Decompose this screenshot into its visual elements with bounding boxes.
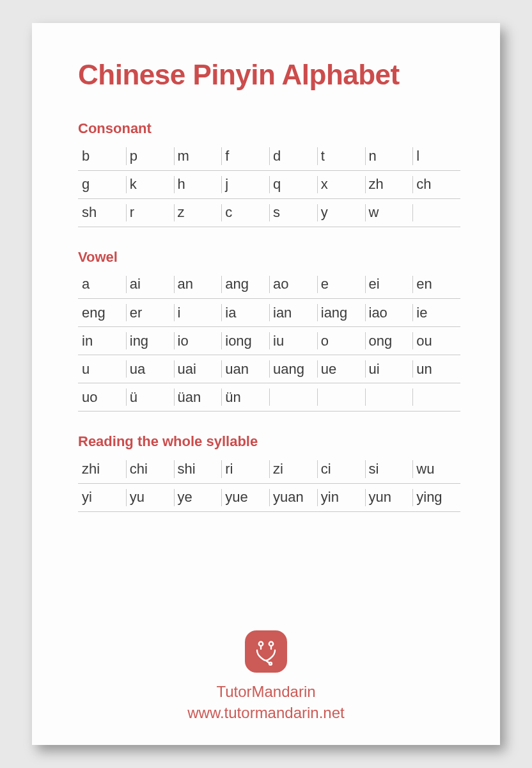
cell: uai xyxy=(174,355,222,383)
cell xyxy=(317,383,365,412)
cell xyxy=(365,383,413,412)
cell: ian xyxy=(269,299,317,327)
cell: ci xyxy=(317,455,365,483)
cell: c xyxy=(221,198,269,227)
cell: p xyxy=(126,142,174,170)
cell: sh xyxy=(78,198,126,227)
cell: zh xyxy=(365,170,413,198)
cell: uo xyxy=(78,383,126,412)
brand-name: TutorMandarin xyxy=(32,682,500,702)
cell: r xyxy=(126,198,174,227)
cell: h xyxy=(174,170,222,198)
cell: g xyxy=(78,170,126,198)
page-title: Chinese Pinyin Alphabet xyxy=(78,59,460,91)
cell: n xyxy=(365,142,413,170)
cell: l xyxy=(412,142,460,170)
cell: o xyxy=(317,327,365,355)
table-row: b p m f d t n l xyxy=(78,142,460,170)
cell: y xyxy=(317,198,365,227)
table-row: zhi chi shi ri zi ci si wu xyxy=(78,455,460,483)
cell: e xyxy=(317,271,365,299)
cell: ye xyxy=(174,483,222,511)
cell: en xyxy=(412,271,460,299)
cell: ai xyxy=(126,271,174,299)
table-row: yi yu ye yue yuan yin yun ying xyxy=(78,483,460,511)
cell: q xyxy=(269,170,317,198)
cell: ao xyxy=(269,271,317,299)
table-row: eng er i ia ian iang iao ie xyxy=(78,299,460,327)
table-row: in ing io iong iu o ong ou xyxy=(78,327,460,355)
cell: ü xyxy=(126,383,174,412)
cell: ia xyxy=(221,299,269,327)
table-row: g k h j q x zh ch xyxy=(78,170,460,198)
cell xyxy=(269,383,317,412)
cell: ang xyxy=(221,271,269,299)
cell: k xyxy=(126,170,174,198)
cell: üan xyxy=(174,383,222,412)
cell: yin xyxy=(317,483,365,511)
cell: un xyxy=(412,355,460,383)
cell: ue xyxy=(317,355,365,383)
cell: s xyxy=(269,198,317,227)
cell: yu xyxy=(126,483,174,511)
cell: a xyxy=(78,271,126,299)
section-heading-vowel: Vowel xyxy=(78,249,460,266)
footer: TutorMandarin www.tutormandarin.net xyxy=(32,630,500,723)
section-heading-syllable: Reading the whole syllable xyxy=(78,433,460,450)
cell: ei xyxy=(365,271,413,299)
brand-logo-icon xyxy=(245,630,287,673)
cell: yun xyxy=(365,483,413,511)
cell: ou xyxy=(412,327,460,355)
cell: eng xyxy=(78,299,126,327)
cell: si xyxy=(365,455,413,483)
document-page: Chinese Pinyin Alphabet Consonant b p m … xyxy=(32,23,500,745)
cell: z xyxy=(174,198,222,227)
table-row: uo ü üan ün xyxy=(78,383,460,412)
cell: an xyxy=(174,271,222,299)
cell: ri xyxy=(221,455,269,483)
cell: b xyxy=(78,142,126,170)
brand-url: www.tutormandarin.net xyxy=(32,703,500,723)
cell: yue xyxy=(221,483,269,511)
cell: er xyxy=(126,299,174,327)
cell: x xyxy=(317,170,365,198)
cell: chi xyxy=(126,455,174,483)
cell: ying xyxy=(412,483,460,511)
cell xyxy=(412,198,460,227)
cell: ie xyxy=(412,299,460,327)
table-row: a ai an ang ao e ei en xyxy=(78,271,460,299)
cell: io xyxy=(174,327,222,355)
cell: uang xyxy=(269,355,317,383)
cell: wu xyxy=(412,455,460,483)
cell: ua xyxy=(126,355,174,383)
cell: iao xyxy=(365,299,413,327)
cell: iang xyxy=(317,299,365,327)
table-row: sh r z c s y w xyxy=(78,198,460,227)
cell: shi xyxy=(174,455,222,483)
section-heading-consonant: Consonant xyxy=(78,120,460,137)
cell: u xyxy=(78,355,126,383)
cell: j xyxy=(221,170,269,198)
cell: w xyxy=(365,198,413,227)
vowel-table: a ai an ang ao e ei en eng er i ia ian i… xyxy=(78,271,460,412)
svg-point-2 xyxy=(269,662,272,665)
cell: ch xyxy=(412,170,460,198)
cell: ing xyxy=(126,327,174,355)
cell: d xyxy=(269,142,317,170)
cell: yuan xyxy=(269,483,317,511)
table-row: u ua uai uan uang ue ui un xyxy=(78,355,460,383)
cell: f xyxy=(221,142,269,170)
cell: zhi xyxy=(78,455,126,483)
consonant-table: b p m f d t n l g k h j q x zh ch sh r z… xyxy=(78,142,460,227)
cell: iu xyxy=(269,327,317,355)
cell: ün xyxy=(221,383,269,412)
cell: uan xyxy=(221,355,269,383)
cell: zi xyxy=(269,455,317,483)
cell: ui xyxy=(365,355,413,383)
cell xyxy=(412,383,460,412)
cell: ong xyxy=(365,327,413,355)
cell: i xyxy=(174,299,222,327)
syllable-table: zhi chi shi ri zi ci si wu yi yu ye yue … xyxy=(78,455,460,512)
cell: in xyxy=(78,327,126,355)
cell: iong xyxy=(221,327,269,355)
